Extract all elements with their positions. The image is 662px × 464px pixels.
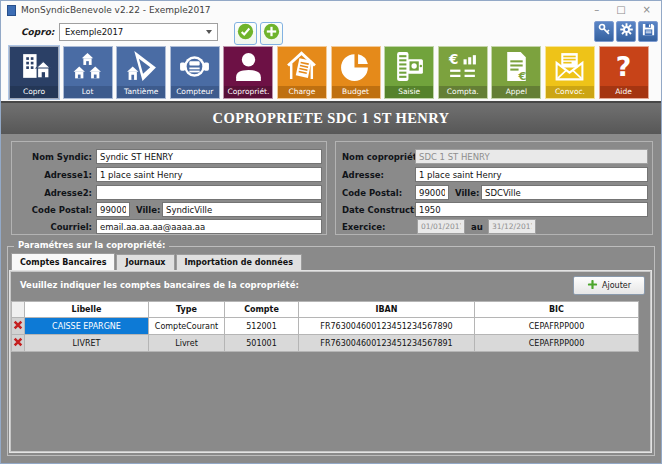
copro-adresse-field[interactable] [415, 167, 648, 182]
toolbar-button-label: Tantième [117, 86, 165, 98]
table-cell-iban[interactable]: FR763004600123451234567890 [299, 318, 475, 335]
page-title: COPROPRIETE SDC 1 ST HENRY [1, 101, 661, 134]
copro-dropdown[interactable]: Exemple2017 [59, 23, 218, 41]
nom-syndic-field[interactable] [96, 149, 322, 164]
toolbar-button-copro[interactable]: Copro [9, 46, 59, 99]
houses-icon [64, 47, 112, 86]
table-cell-libelle[interactable]: CAISSE EPARGNE [25, 318, 149, 335]
toolbar-button-compteur[interactable]: Compteur [170, 46, 220, 99]
set-square-house-icon [117, 47, 165, 86]
toolbar-button-label: Saisie [385, 86, 433, 98]
toolbar-button-saisie[interactable]: Saisie [384, 46, 434, 99]
nom-syndic-label: Nom Syndic: [12, 152, 92, 162]
exercice-au-label: au [471, 222, 483, 232]
toolbar-button-aide[interactable]: ? Aide [599, 46, 649, 99]
add-copro-button[interactable] [260, 22, 283, 45]
settings-button[interactable] [616, 21, 636, 42]
copro-code-postal-field[interactable] [415, 185, 449, 200]
toolbar-button-convoc[interactable]: Convoc. [545, 46, 595, 99]
bank-accounts-instruction: Veuillez indiquer les comptes bancaires … [20, 280, 299, 290]
syndic-ville-field[interactable] [162, 202, 322, 217]
copro-ville-field[interactable] [481, 185, 648, 200]
nom-copropriete-label: Nom copropriété: [342, 152, 426, 162]
adresse1-field[interactable] [96, 167, 322, 182]
toolbar-button-label: Convoc. [546, 86, 594, 98]
toolbar-button-lot[interactable]: Lot [63, 46, 113, 99]
add-account-label: Ajouter [602, 281, 631, 290]
main-toolbar: Copro Lot Tantième Compteur Copropriét. [9, 46, 649, 100]
close-button[interactable]: × [643, 4, 651, 16]
syndic-panel: Nom Syndic: Adresse1: Adresse2: Code Pos… [11, 141, 327, 235]
toolbar-button-tantieme[interactable]: Tantième [116, 46, 166, 99]
table-cell-bic[interactable]: CEPAFRPP000 [475, 318, 639, 335]
title-bar: MonSyndicBenevole v2.22 - Exemple2017 – … [1, 1, 661, 19]
toolbar-button-appel[interactable]: € Appel [491, 46, 541, 99]
column-header: Libelle [25, 301, 149, 318]
delete-column-header [11, 301, 25, 318]
svg-text:€: € [448, 52, 458, 67]
syndic-code-postal-field[interactable] [96, 202, 130, 217]
toolbar-button-label: Copropriét. [224, 86, 272, 98]
syndic-ville-label: Ville: [136, 205, 160, 215]
copro-adresse-label: Adresse: [342, 170, 384, 180]
ledger-calculator-icon [385, 47, 433, 86]
delete-row-button[interactable] [11, 318, 25, 335]
exercice-fin-field [488, 219, 536, 234]
envelope-letter-icon [546, 47, 594, 86]
comptes-bancaires-tabpage: Veuillez indiquer les comptes bancaires … [9, 270, 652, 453]
table-cell-compte[interactable]: 512001 [225, 318, 299, 335]
svg-text:?: ? [616, 51, 632, 82]
gear-icon [619, 22, 634, 41]
delete-x-icon [13, 337, 23, 349]
table-cell-type[interactable]: Livret [149, 335, 225, 352]
check-circle-icon [237, 23, 254, 44]
column-header: Compte [225, 301, 299, 318]
toolbar-button-charge[interactable]: Charge [277, 46, 327, 99]
person-icon [224, 47, 272, 86]
tab-importation[interactable]: Importation de données [176, 254, 302, 271]
courriel-field[interactable] [96, 219, 322, 234]
plus-circle-icon [263, 23, 280, 44]
table-cell-type[interactable]: CompteCourant [149, 318, 225, 335]
adresse1-label: Adresse1: [12, 170, 92, 180]
toolbar-button-compta[interactable]: € Compta. [438, 46, 488, 99]
params-groupbox: Paramétres sur la copropriété: Comptes B… [7, 246, 655, 456]
window-title: MonSyndicBenevole v2.22 - Exemple2017 [21, 5, 211, 15]
house-document-icon [278, 47, 326, 86]
params-group-label: Paramétres sur la copropriété: [14, 240, 169, 250]
params-tabs: Comptes Bancaires Journaux Importation d… [11, 253, 303, 271]
adresse2-field[interactable] [96, 185, 322, 200]
table-cell-bic[interactable]: CEPAFRPP000 [475, 335, 639, 352]
table-cell-iban[interactable]: FR763004600123451234567891 [299, 335, 475, 352]
delete-row-button[interactable] [11, 335, 25, 352]
toolbar-button-copropriete[interactable]: Copropriét. [223, 46, 273, 99]
bank-accounts-table: Libelle Type Compte IBAN BIC CAISSE EPAR… [11, 301, 639, 352]
buildings-icon [10, 47, 58, 86]
tab-journaux[interactable]: Journaux [116, 254, 174, 271]
tab-comptes-bancaires[interactable]: Comptes Bancaires [11, 253, 115, 271]
validate-copro-button[interactable] [234, 22, 257, 45]
copro-code-postal-label: Code Postal: [342, 188, 402, 198]
table-cell-compte[interactable]: 501001 [225, 335, 299, 352]
syndic-code-postal-label: Code Postal: [12, 205, 92, 215]
copropriete-title: COPROPRIETE SDC 1 ST HENRY [213, 110, 450, 127]
table-cell-libelle[interactable]: LIVRET [25, 335, 149, 352]
toolbar-button-budget[interactable]: Budget [331, 46, 381, 99]
save-button[interactable] [638, 21, 658, 42]
minimize-button[interactable]: – [594, 4, 599, 16]
date-construction-field[interactable] [415, 202, 648, 217]
add-account-button[interactable]: Ajouter [573, 276, 645, 295]
copropriete-panel: Nom copropriété: Adresse: Code Postal: V… [335, 141, 653, 235]
plus-icon [587, 279, 598, 292]
tools-button[interactable] [594, 21, 614, 42]
courriel-label: Courriel: [12, 222, 92, 232]
question-mark-icon: ? [600, 47, 648, 86]
chevron-down-icon [206, 30, 212, 34]
copro-select-label: Copro: [21, 27, 54, 37]
nom-copropriete-field [415, 149, 648, 164]
maximize-button[interactable]: □ [616, 4, 625, 16]
euro-bar-chart-icon: € [439, 47, 487, 86]
toolbar-button-label: Charge [278, 86, 326, 98]
exercice-debut-field [417, 219, 465, 234]
app-icon [7, 5, 16, 16]
